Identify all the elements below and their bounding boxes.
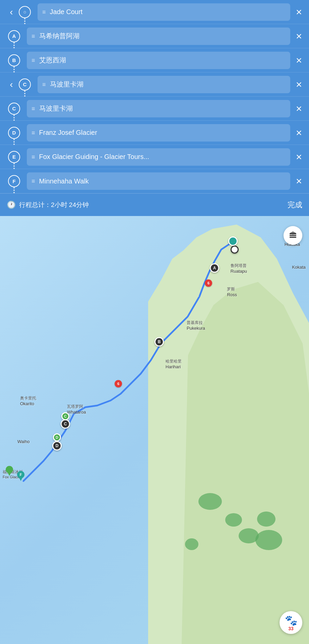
finish-button[interactable]: 完成 <box>288 200 302 210</box>
connector-dots-A <box>14 42 14 49</box>
drag-handle-D: ≡ <box>32 130 35 136</box>
start-circle <box>228 236 238 246</box>
label-ross: 罗斯 Ross <box>227 286 237 297</box>
route-item-B: B ≡ 艾恩西湖 <box>0 48 309 72</box>
close-button-C1[interactable] <box>293 78 305 91</box>
clock-icon: 🕐 <box>7 201 16 209</box>
badge-6-B: 6 <box>115 380 122 387</box>
paw-count: 33 <box>288 626 294 631</box>
waypoint-D: D <box>8 127 20 139</box>
connector-dots-C1 <box>24 91 25 97</box>
C-circle: C <box>61 419 70 429</box>
back-arrow: ‹ <box>10 7 13 17</box>
close-button-E[interactable] <box>293 151 305 163</box>
route-content-D: ≡ Franz Josef Glacier <box>27 124 290 142</box>
map-marker-start <box>228 236 238 246</box>
back-button[interactable]: ‹ <box>4 5 19 19</box>
route-item-A: A ≡ 马希纳普阿湖 <box>0 24 309 48</box>
route-name-origin: Jade Court <box>50 8 286 16</box>
label-pukekura: 普基库拉 Pukekura <box>187 320 205 331</box>
label-ruatapu: 鲁阿塔普 Ruatapu <box>231 263 247 274</box>
origin-dot <box>231 246 239 254</box>
map-marker-A: A <box>210 263 219 273</box>
close-button-C2[interactable] <box>293 103 305 115</box>
close-button-B[interactable] <box>293 54 305 66</box>
waypoint-E: E <box>8 151 20 163</box>
close-button-A[interactable] <box>293 30 305 42</box>
drag-handle: ≡ <box>42 9 46 15</box>
waypoint-col-F: F <box>4 175 24 187</box>
route-content-origin: ≡ Jade Court <box>38 3 290 21</box>
label-okarito: 奥卡里托 Okarito <box>20 395 36 406</box>
waypoint-C2: C <box>8 103 20 115</box>
map-route <box>0 216 309 644</box>
top-panel: ‹ ○ ≡ Jade Court A <box>0 0 309 216</box>
mid-back-arrow: ‹ <box>10 79 13 90</box>
waypoint-col-C2: C <box>4 103 24 115</box>
route-name-F: Minnehaha Walk <box>39 177 286 185</box>
route-content-C2: ≡ 马波里卡湖 <box>27 100 290 117</box>
drag-handle-E: ≡ <box>32 154 35 160</box>
paw-icon: 🐾 <box>285 614 297 626</box>
total-time-label: 行程总计：2小时 24分钟 <box>19 201 89 209</box>
waypoint-C1: C <box>19 78 31 91</box>
label-waiho: Waiho <box>17 439 29 444</box>
map-marker-green-D: D <box>53 433 61 441</box>
waypoint-origin: ○ <box>19 6 31 18</box>
waypoint-col-E: E <box>4 151 24 163</box>
footer-time: 🕐 行程总计：2小时 24分钟 <box>7 201 89 209</box>
route-item-F: F ≡ Minnehaha Walk <box>0 169 309 193</box>
svg-marker-1 <box>7 472 11 476</box>
map-marker-F: F <box>17 471 24 481</box>
drag-handle-F: ≡ <box>32 178 35 184</box>
layer-icon <box>288 231 298 240</box>
drag-handle-B: ≡ <box>32 57 35 63</box>
D-circle: D <box>52 441 62 450</box>
map-area: 霍基蒂卡 Hokitika Kokata 鲁阿塔普 Ruatapu 罗斯 Ros… <box>0 216 309 644</box>
badge-6-A: 6 <box>205 279 212 287</box>
route-name-E: Fox Glacier Guiding - Glacier Tours... <box>39 153 286 161</box>
connector-dots-E <box>14 163 14 170</box>
A-circle: A <box>210 263 219 273</box>
connector-dots <box>24 18 25 25</box>
label-whataroa: 瓦塔罗阿 Whataroa <box>67 404 86 415</box>
waypoint-B: B <box>8 54 20 66</box>
route-list: ‹ ○ ≡ Jade Court A <box>0 0 309 193</box>
map-marker-origin <box>231 246 239 254</box>
route-content-E: ≡ Fox Glacier Guiding - Glacier Tours... <box>27 148 290 166</box>
waypoint-F: F <box>8 175 20 187</box>
drag-handle-A: ≡ <box>32 33 35 39</box>
waypoint-col-A: A <box>4 30 24 42</box>
route-content-A: ≡ 马希纳普阿湖 <box>27 28 290 45</box>
svg-rect-7 <box>290 237 296 238</box>
label-kokata: Kokata <box>292 265 306 270</box>
close-button-F[interactable] <box>293 175 305 187</box>
close-button-D[interactable] <box>293 127 305 139</box>
route-item-C2: C ≡ 马波里卡湖 <box>0 97 309 121</box>
layer-button[interactable] <box>284 226 302 245</box>
route-content-F: ≡ Minnehaha Walk <box>27 172 290 190</box>
route-name-D: Franz Josef Glacier <box>39 129 286 137</box>
route-name-C2: 马波里卡湖 <box>39 104 286 113</box>
connector-dots-F <box>14 187 14 194</box>
route-item-D: D ≡ Franz Josef Glacier <box>0 121 309 145</box>
paw-button[interactable]: 🐾 33 <box>280 611 302 634</box>
connector-dots-C2 <box>14 115 14 121</box>
route-name-C1: 马波里卡湖 <box>50 80 286 89</box>
close-button-origin[interactable] <box>293 6 305 18</box>
waypoint-A: A <box>8 30 20 42</box>
F-pin-icon: F <box>17 471 24 481</box>
waypoint-col-D: D <box>4 127 24 139</box>
drag-handle-C2: ≡ <box>32 106 35 112</box>
route-item-C1: ‹ C ≡ 马波里卡湖 <box>0 72 309 97</box>
route-item-origin: ‹ ○ ≡ Jade Court <box>0 0 309 24</box>
waypoint-col-B: B <box>4 54 24 66</box>
map-badge-6-A: 6 <box>205 279 212 287</box>
map-marker-green-pin <box>6 466 13 476</box>
map-marker-B: B <box>154 337 164 346</box>
svg-text:F: F <box>20 473 22 477</box>
mid-back-button[interactable]: ‹ <box>4 77 19 92</box>
route-content-B: ≡ 艾恩西湖 <box>27 52 290 69</box>
svg-rect-6 <box>290 235 296 236</box>
connector-dots-D <box>14 139 14 146</box>
